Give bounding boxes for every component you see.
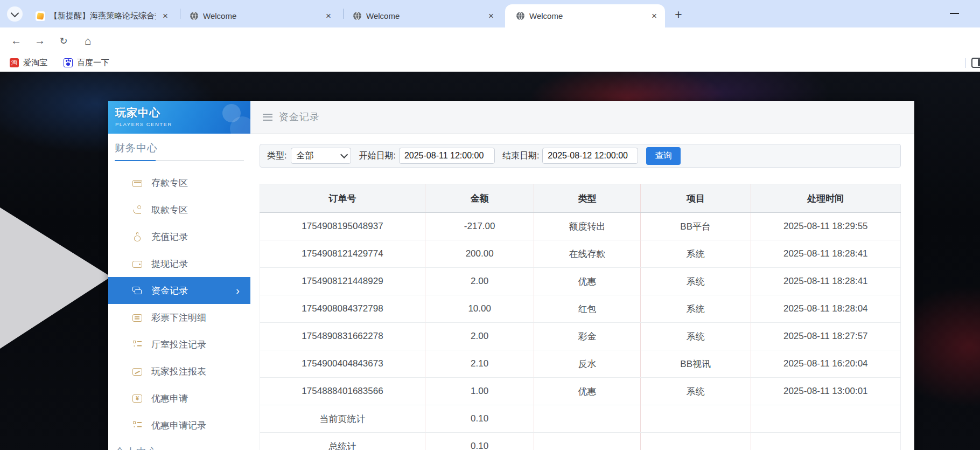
close-tab-icon[interactable]: × bbox=[323, 11, 334, 22]
tab-welcome-2[interactable]: Welcome × bbox=[347, 4, 502, 27]
sidebar-item-promo-apply[interactable]: 优惠申请 bbox=[108, 385, 250, 412]
cell-project: BB视讯 bbox=[640, 350, 751, 378]
cell-type: 在线存款 bbox=[534, 240, 641, 268]
tab-separator bbox=[180, 9, 180, 19]
cell-amount: 0.10 bbox=[425, 405, 534, 433]
players-center-title: 玩家中心 bbox=[115, 106, 250, 120]
tab-welcome-active[interactable]: Welcome × bbox=[505, 4, 665, 27]
tab-separator bbox=[343, 9, 344, 19]
money-bag-icon bbox=[132, 232, 142, 241]
back-icon[interactable] bbox=[7, 27, 25, 54]
bookmark-label: 百度一下 bbox=[77, 58, 109, 68]
chevron-right-icon: › bbox=[236, 285, 240, 296]
bookmarks-bar: 淘 爱淘宝 百度一下 bbox=[0, 54, 980, 72]
players-center-subtitle: PLAYERS CENTER bbox=[115, 121, 250, 127]
cell-empty bbox=[534, 433, 641, 450]
grid-list-icon bbox=[132, 340, 142, 349]
cell-empty bbox=[640, 405, 751, 433]
type-label: 类型: bbox=[267, 150, 286, 162]
sidebar-item-withdraw-zone[interactable]: 取款专区 bbox=[108, 196, 250, 223]
tab-title: Welcome bbox=[529, 11, 645, 20]
hamburger-icon[interactable] bbox=[263, 114, 272, 121]
cell-project: 系统 bbox=[640, 268, 751, 295]
sidebar-header: 玩家中心 PLAYERS CENTER bbox=[108, 101, 250, 134]
bookmark-baidu[interactable]: 百度一下 bbox=[64, 58, 109, 68]
cell-order-id: 1754908121429774 bbox=[260, 240, 425, 268]
cell-amount: 200.00 bbox=[425, 240, 534, 268]
sidebar-item-promo-apply-record[interactable]: 优惠申请记录 bbox=[108, 412, 250, 439]
side-panel-icon[interactable] bbox=[971, 58, 980, 68]
cell-process-time: 2025-08-11 18:28:41 bbox=[751, 268, 900, 295]
page-background: 玩家中心 PLAYERS CENTER 财务中心 存款专区 取款专区 bbox=[0, 72, 980, 450]
globe-icon bbox=[516, 11, 525, 20]
cell-project: BB平台 bbox=[640, 213, 751, 240]
type-select[interactable]: 全部 bbox=[291, 148, 351, 164]
cell-amount: 10.00 bbox=[425, 295, 534, 323]
cell-order-id: 1754888401683566 bbox=[260, 378, 425, 405]
cell-type: 额度转出 bbox=[534, 213, 641, 240]
table-header-row: 订单号 金额 类型 项目 处理时间 bbox=[260, 184, 901, 213]
section-title-finance: 财务中心 bbox=[115, 141, 244, 155]
cell-process-time: 2025-08-11 16:20:04 bbox=[751, 350, 900, 378]
start-date-label: 开始日期: bbox=[359, 150, 395, 162]
table-row: 1754890831662278 2.00 彩金 系统 2025-08-11 1… bbox=[260, 323, 901, 350]
end-date-label: 结束日期: bbox=[502, 150, 539, 162]
section-underline bbox=[115, 160, 244, 161]
page-title: 资金记录 bbox=[279, 110, 320, 123]
cell-order-id: 1754908084372798 bbox=[260, 295, 425, 323]
cell-type: 红包 bbox=[534, 295, 641, 323]
cell-type: 彩金 bbox=[534, 323, 641, 350]
sidebar-item-deposit-zone[interactable]: 存款专区 bbox=[108, 169, 250, 196]
cell-process-time: 2025-08-11 18:27:57 bbox=[751, 323, 900, 350]
cell-type: 反水 bbox=[534, 350, 641, 378]
home-icon[interactable] bbox=[79, 27, 97, 54]
col-process-time: 处理时间 bbox=[751, 184, 900, 213]
cell-amount: 2.10 bbox=[425, 350, 534, 378]
cell-amount: 2.00 bbox=[425, 323, 534, 350]
sidebar-item-recharge-record[interactable]: 充值记录 bbox=[108, 223, 250, 250]
tab-search-button[interactable] bbox=[7, 6, 23, 22]
browser-toolbar: js13.cc/hhcp/usercenter.html?iniType=6 bbox=[0, 27, 980, 54]
close-tab-icon[interactable]: × bbox=[486, 11, 496, 22]
cell-amount: 1.00 bbox=[425, 378, 534, 405]
sidebar-item-label: 厅室投注记录 bbox=[151, 338, 206, 351]
close-tab-icon[interactable]: × bbox=[649, 11, 660, 22]
sidebar-item-label: 玩家投注报表 bbox=[151, 365, 206, 378]
globe-icon bbox=[190, 11, 199, 20]
coupon-icon bbox=[132, 394, 142, 403]
cell-amount: -217.00 bbox=[425, 213, 534, 240]
cell-process-time: 2025-08-11 18:29:55 bbox=[751, 213, 900, 240]
end-date-input[interactable] bbox=[542, 148, 638, 164]
start-date-input[interactable] bbox=[399, 148, 495, 164]
sidebar-item-funds-record[interactable]: 资金记录 › bbox=[108, 277, 250, 304]
taobao-icon: 淘 bbox=[10, 58, 19, 67]
cell-type: 优惠 bbox=[534, 268, 641, 295]
search-button[interactable]: 查询 bbox=[646, 147, 681, 165]
table-row: 1754888401683566 1.00 优惠 系统 2025-08-11 1… bbox=[260, 378, 901, 405]
table-row: 1754908121448929 2.00 优惠 系统 2025-08-11 1… bbox=[260, 268, 901, 295]
tab-welcome-1[interactable]: Welcome × bbox=[184, 4, 339, 27]
close-tab-icon[interactable]: × bbox=[160, 11, 171, 22]
table-row: 1754908195048937 -217.00 额度转出 BB平台 2025-… bbox=[260, 213, 901, 240]
cell-project: 系统 bbox=[640, 295, 751, 323]
sidebar-item-player-bet-report[interactable]: 玩家投注报表 bbox=[108, 358, 250, 385]
sidebar-item-hall-bet-record[interactable]: 厅室投注记录 bbox=[108, 331, 250, 358]
minimize-window-icon[interactable] bbox=[950, 13, 959, 14]
new-tab-button[interactable]: + bbox=[671, 7, 686, 22]
content-header: 资金记录 bbox=[250, 101, 914, 134]
cell-amount: 0.10 bbox=[425, 433, 534, 450]
sidebar-item-label: 优惠申请 bbox=[151, 392, 188, 405]
tab-title: 【新提醒】海燕策略论坛综合交 bbox=[50, 11, 156, 21]
banknotes-icon bbox=[132, 286, 142, 295]
col-type: 类型 bbox=[534, 184, 641, 213]
forward-icon[interactable] bbox=[31, 27, 49, 54]
cell-project: 系统 bbox=[640, 378, 751, 405]
filter-bar: 类型: 全部 开始日期: 结束日期: 查询 bbox=[260, 144, 901, 168]
col-order-id: 订单号 bbox=[260, 184, 425, 213]
sidebar-item-label: 资金记录 bbox=[151, 285, 188, 297]
reload-icon[interactable] bbox=[54, 27, 73, 54]
sidebar-item-lottery-bet-detail[interactable]: 彩票下注明细 bbox=[108, 304, 250, 331]
bookmark-taobao[interactable]: 淘 爱淘宝 bbox=[10, 58, 47, 68]
sidebar-item-withdrawal-record[interactable]: 提现记录 bbox=[108, 250, 250, 277]
tab-forum[interactable]: 【新提醒】海燕策略论坛综合交 × bbox=[30, 4, 176, 27]
